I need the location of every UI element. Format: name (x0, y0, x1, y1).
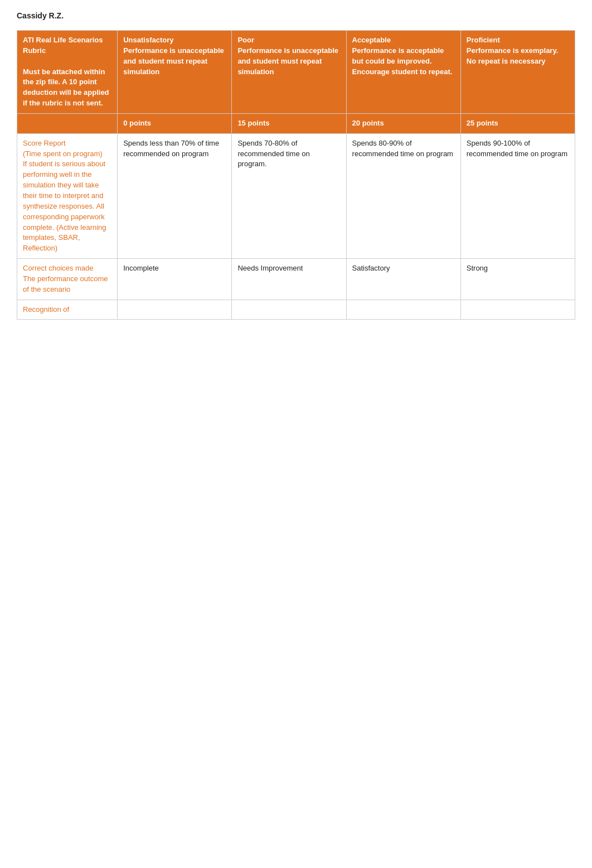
header-col0: ATI Real Life Scenarios Rubric Must be a… (17, 31, 118, 114)
points-col0 (17, 113, 118, 133)
recognition-row: Recognition of (17, 300, 575, 320)
score-report-col1: Spends less than 70% of time recommended… (118, 133, 232, 258)
recognition-col3 (346, 300, 460, 320)
recognition-col2 (232, 300, 346, 320)
score-report-col4: Spends 90-100% of recommended time on pr… (460, 133, 575, 258)
header-col1: Unsatisfactory Performance is unacceptab… (118, 31, 232, 114)
score-report-col2: Spends 70-80% of recommended time on pro… (232, 133, 346, 258)
rubric-table: ATI Real Life Scenarios Rubric Must be a… (17, 30, 575, 320)
choices-label: Correct choices made The performance out… (17, 259, 118, 300)
recognition-label: Recognition of (17, 300, 118, 320)
choices-row: Correct choices made The performance out… (17, 259, 575, 300)
header-col2: Poor Performance is unacceptable and stu… (232, 31, 346, 114)
points-col4: 25 points (460, 113, 575, 133)
choices-col2: Needs Improvement (232, 259, 346, 300)
choices-col4: Strong (460, 259, 575, 300)
points-col1: 0 points (118, 113, 232, 133)
student-name: Cassidy R.Z. (17, 11, 575, 20)
points-row: 0 points 15 points 20 points 25 points (17, 113, 575, 133)
score-report-row: Score Report (Time spent on program) If … (17, 133, 575, 258)
recognition-col4 (460, 300, 575, 320)
header-col4: Proficient Performance is exemplary. No … (460, 31, 575, 114)
choices-col3: Satisfactory (346, 259, 460, 300)
points-col2: 15 points (232, 113, 346, 133)
score-report-col3: Spends 80-90% of recommended time on pro… (346, 133, 460, 258)
choices-col1: Incomplete (118, 259, 232, 300)
header-col3: Acceptable Performance is acceptable but… (346, 31, 460, 114)
header-row: ATI Real Life Scenarios Rubric Must be a… (17, 31, 575, 114)
recognition-col1 (118, 300, 232, 320)
points-col3: 20 points (346, 113, 460, 133)
score-report-label: Score Report (Time spent on program) If … (17, 133, 118, 258)
